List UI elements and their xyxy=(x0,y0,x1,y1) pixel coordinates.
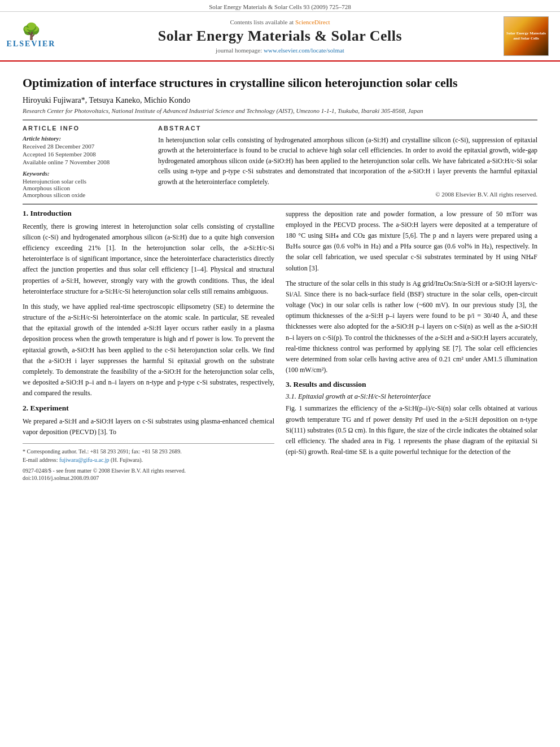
abstract-heading: ABSTRACT xyxy=(158,125,537,132)
right-p2: The structure of the solar cells in this… xyxy=(286,278,537,376)
elsevier-logo: 🌳 ELSEVIER xyxy=(7,24,56,49)
email-name: (H. Fujiwara). xyxy=(111,457,143,463)
copyright-footnote: 0927-0248/$ - see front matter © 2008 El… xyxy=(23,466,274,475)
affiliation: Research Center for Photovoltaics, Natio… xyxy=(23,107,537,114)
journal-thumbnail: Solar Energy Materials and Solar Cells xyxy=(504,16,549,56)
sciencedirect-prefix: Contents lists available at xyxy=(230,19,294,25)
journal-header-center: Contents lists available at ScienceDirec… xyxy=(56,19,504,54)
abstract-text: In heterojunction solar cells consisting… xyxy=(158,135,537,187)
accepted-date: Accepted 16 September 2008 xyxy=(23,151,147,158)
email-link[interactable]: fujiwara@gifu-u.ac.jp xyxy=(59,457,110,463)
sciencedirect-line: Contents lists available at ScienceDirec… xyxy=(56,19,504,25)
journal-header: 🌳 ELSEVIER Contents lists available at S… xyxy=(0,12,560,62)
results-title: 3. Results and discussion xyxy=(286,380,537,389)
elsevier-tree-icon: 🌳 xyxy=(21,24,41,40)
divider-1 xyxy=(23,120,537,120)
divider-2 xyxy=(23,204,537,204)
authors-text: Hiroyuki Fujiwara*, Tetsuya Kaneko, Mich… xyxy=(23,96,190,104)
page: Solar Energy Materials & Solar Cells 93 … xyxy=(0,0,560,747)
keywords-label: Keywords: xyxy=(23,170,147,177)
elsevier-name: ELSEVIER xyxy=(7,40,56,49)
info-abstract-section: ARTICLE INFO Article history: Received 2… xyxy=(23,125,537,198)
experiment-title: 2. Experiment xyxy=(23,404,274,413)
results-sub: 3.1. Epitaxial growth at a-Si:H/c-Si het… xyxy=(286,392,537,401)
corresponding-author: * Corresponding author. Tel.: +81 58 293… xyxy=(23,447,274,456)
keyword-1: Heterojunction solar cells xyxy=(23,178,147,185)
history-label: Article history: xyxy=(23,135,147,142)
homepage-prefix: journal homepage: xyxy=(216,47,262,54)
copyright-line: © 2008 Elsevier B.V. All rights reserved… xyxy=(158,191,537,198)
keyword-3: Amorphous silicon oxide xyxy=(23,191,147,198)
received-date: Received 28 December 2007 xyxy=(23,143,147,150)
email-line: E-mail address: fujiwara@gifu-u.ac.jp (H… xyxy=(23,456,274,464)
thumb-text: Solar Energy Materials and Solar Cells xyxy=(506,31,546,41)
intro-p1: Recently, there is growing interest in h… xyxy=(23,221,274,297)
results-p1: Fig. 1 summarizes the efficiency of the … xyxy=(286,403,537,457)
available-date: Available online 7 November 2008 xyxy=(23,159,147,165)
body-section: 1. Introduction Recently, there is growi… xyxy=(23,209,537,481)
citation-bar: Solar Energy Materials & Solar Cells 93 … xyxy=(0,0,560,12)
article-info-col: ARTICLE INFO Article history: Received 2… xyxy=(23,125,147,198)
homepage-link[interactable]: www.elsevier.com/locate/solmat xyxy=(264,47,344,54)
email-label: E-mail address: xyxy=(23,457,58,463)
right-p1: suppress the deposition rate and powder … xyxy=(286,209,537,274)
doi-text: doi:10.1016/j.solmat.2008.09.007 xyxy=(23,475,274,481)
intro-p2: In this study, we have applied real-time… xyxy=(23,302,274,399)
elsevier-logo-container: 🌳 ELSEVIER xyxy=(6,24,56,49)
article-title: Optimization of interface structures in … xyxy=(23,75,537,91)
experiment-p1: We prepared a-Si:H and a-SiO:H layers on… xyxy=(23,416,274,438)
article-info-heading: ARTICLE INFO xyxy=(23,125,147,132)
abstract-col: ABSTRACT In heterojunction solar cells c… xyxy=(158,125,537,198)
authors: Hiroyuki Fujiwara*, Tetsuya Kaneko, Mich… xyxy=(23,96,537,105)
citation-text: Solar Energy Materials & Solar Cells 93 … xyxy=(209,3,351,10)
body-right-col: suppress the deposition rate and powder … xyxy=(286,209,537,481)
keyword-2: Amorphous silicon xyxy=(23,185,147,191)
journal-title: Solar Energy Materials & Solar Cells xyxy=(56,28,504,45)
main-content: Optimization of interface structures in … xyxy=(0,62,560,487)
body-left-col: 1. Introduction Recently, there is growi… xyxy=(23,209,274,481)
intro-title: 1. Introduction xyxy=(23,209,274,218)
journal-homepage: journal homepage: www.elsevier.com/locat… xyxy=(56,47,504,54)
footnotes: * Corresponding author. Tel.: +81 58 293… xyxy=(23,443,274,481)
sciencedirect-link[interactable]: ScienceDirect xyxy=(295,19,330,25)
